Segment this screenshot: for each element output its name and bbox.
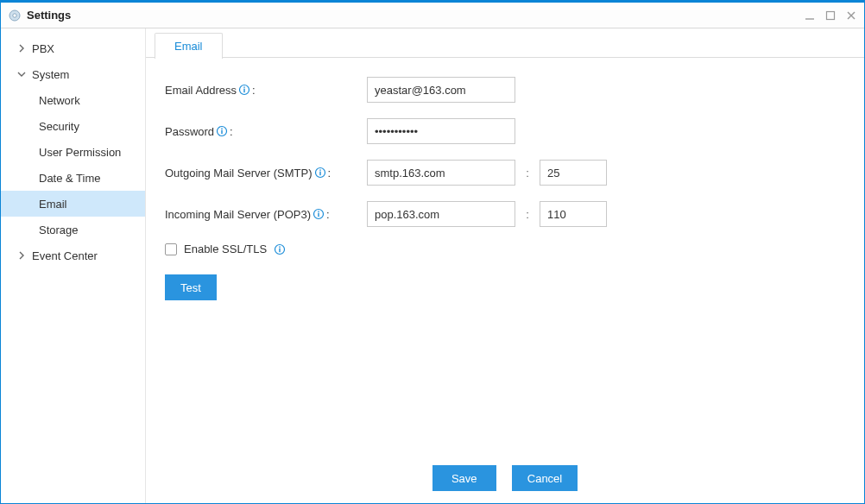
settings-icon — [8, 9, 22, 22]
info-icon[interactable] — [238, 84, 250, 96]
svg-rect-8 — [243, 89, 244, 93]
window-controls — [804, 9, 857, 22]
svg-rect-20 — [279, 248, 280, 252]
sidebar-item-network[interactable]: Network — [1, 87, 145, 113]
sidebar-item-date-time[interactable]: Date & Time — [1, 165, 145, 191]
port-separator: : — [515, 208, 540, 221]
svg-rect-13 — [319, 169, 320, 170]
svg-rect-10 — [221, 128, 222, 129]
svg-rect-14 — [319, 172, 320, 176]
label-email-address: Email Address : — [165, 84, 367, 97]
info-icon[interactable] — [314, 167, 326, 179]
tab-label: Email — [174, 40, 203, 53]
cancel-button[interactable]: Cancel — [512, 465, 578, 491]
chevron-down-icon — [16, 69, 27, 79]
window-body: PBX System Network Security User Permiss… — [1, 28, 864, 503]
label-colon: : — [328, 167, 331, 180]
label-text: Incoming Mail Server (POP3) — [165, 208, 311, 221]
titlebar-left: Settings — [8, 9, 804, 22]
sidebar-item-storage[interactable]: Storage — [1, 217, 145, 243]
sidebar-item-email[interactable]: Email — [1, 191, 145, 217]
sidebar-item-label: User Permission — [39, 146, 121, 159]
row-pop3: Incoming Mail Server (POP3) : : — [165, 201, 845, 227]
sidebar-item-label: Date & Time — [39, 172, 101, 185]
form-area: Email Address : Password : — [146, 58, 864, 458]
sidebar-item-label: System — [32, 68, 69, 81]
email-address-input[interactable] — [367, 77, 515, 103]
pop3-port-input[interactable] — [540, 201, 607, 227]
svg-rect-7 — [243, 86, 244, 87]
sidebar-item-label: Security — [39, 120, 79, 133]
sidebar-item-user-permission[interactable]: User Permission — [1, 139, 145, 165]
port-separator: : — [515, 167, 540, 180]
test-button[interactable]: Test — [165, 274, 217, 300]
label-colon: : — [326, 208, 330, 221]
button-label: Save — [451, 472, 477, 485]
sidebar-item-label: Network — [39, 94, 80, 107]
sidebar-item-label: PBX — [32, 42, 54, 55]
chevron-right-icon — [16, 250, 27, 261]
svg-rect-11 — [221, 130, 222, 135]
label-text: Outgoing Mail Server (SMTP) — [165, 167, 313, 180]
svg-rect-19 — [279, 246, 280, 247]
svg-rect-16 — [318, 211, 319, 211]
label-colon: : — [230, 125, 233, 138]
footer-buttons: Save Cancel — [146, 458, 864, 503]
settings-window: Settings PBX — [0, 0, 865, 504]
smtp-server-input[interactable] — [367, 160, 515, 186]
sidebar-item-label: Event Center — [32, 249, 98, 262]
label-colon: : — [252, 84, 256, 97]
label-smtp: Outgoing Mail Server (SMTP) : — [165, 167, 367, 180]
password-input[interactable] — [367, 118, 515, 144]
sidebar-item-security[interactable]: Security — [1, 113, 145, 139]
sidebar-item-label: Storage — [39, 224, 79, 236]
row-password: Password : — [165, 118, 845, 144]
button-label: Test — [180, 281, 201, 294]
sidebar-item-pbx[interactable]: PBX — [1, 35, 145, 61]
svg-rect-17 — [318, 213, 319, 217]
tab-email[interactable]: Email — [155, 33, 223, 59]
row-email-address: Email Address : — [165, 77, 845, 103]
enable-ssl-label: Enable SSL/TLS — [184, 243, 267, 255]
close-button[interactable] — [845, 9, 857, 22]
maximize-button[interactable] — [824, 9, 837, 22]
row-smtp: Outgoing Mail Server (SMTP) : : — [165, 160, 845, 186]
button-label: Cancel — [527, 472, 562, 485]
info-icon[interactable] — [216, 125, 228, 137]
label-password: Password : — [165, 125, 367, 138]
enable-ssl-checkbox[interactable] — [165, 243, 177, 255]
chevron-right-icon — [16, 43, 27, 54]
sidebar: PBX System Network Security User Permiss… — [1, 28, 146, 503]
label-text: Email Address — [165, 84, 237, 97]
label-text: Password — [165, 125, 214, 138]
label-pop3: Incoming Mail Server (POP3) : — [165, 208, 367, 221]
sidebar-item-label: Email — [39, 198, 67, 211]
pop3-server-input[interactable] — [367, 201, 515, 227]
row-enable-ssl: Enable SSL/TLS — [165, 243, 845, 255]
tab-bar: Email — [146, 28, 864, 58]
info-icon[interactable] — [313, 208, 325, 220]
save-button[interactable]: Save — [432, 465, 496, 491]
svg-point-1 — [13, 13, 16, 16]
sidebar-item-system[interactable]: System — [1, 61, 145, 87]
window-title: Settings — [27, 9, 71, 22]
main-panel: Email Email Address : Pass — [146, 28, 864, 503]
smtp-port-input[interactable] — [540, 160, 607, 186]
sidebar-item-event-center[interactable]: Event Center — [1, 243, 145, 268]
titlebar: Settings — [1, 3, 864, 28]
svg-rect-3 — [827, 11, 835, 19]
info-icon[interactable] — [274, 243, 286, 255]
minimize-button[interactable] — [804, 9, 816, 22]
